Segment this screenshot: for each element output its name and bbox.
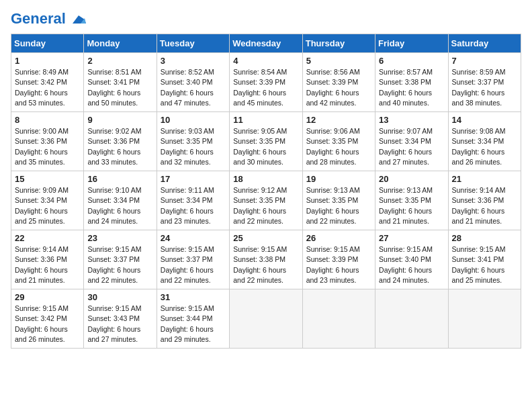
calendar-cell: 2Sunrise: 8:51 AMSunset: 3:41 PMDaylight… [84,53,157,112]
calendar-cell [302,289,375,349]
col-header-thursday: Thursday [302,34,375,53]
day-number: 6 [379,56,444,66]
calendar-cell: 13Sunrise: 9:07 AMSunset: 3:34 PMDayligh… [375,112,448,171]
cell-content: Sunrise: 9:15 AMSunset: 3:43 PMDaylight:… [87,304,152,345]
cell-content: Sunrise: 8:54 AMSunset: 3:39 PMDaylight:… [233,67,298,108]
calendar-cell: 3Sunrise: 8:52 AMSunset: 3:40 PMDaylight… [157,53,229,112]
page-header: General [11,11,521,27]
day-number: 1 [15,56,80,66]
col-header-tuesday: Tuesday [157,34,229,53]
day-number: 16 [87,174,152,184]
cell-content: Sunrise: 9:13 AMSunset: 3:35 PMDaylight:… [379,185,444,226]
cell-content: Sunrise: 9:15 AMSunset: 3:41 PMDaylight:… [452,244,517,285]
calendar-cell: 1Sunrise: 8:49 AMSunset: 3:42 PMDaylight… [11,53,84,112]
calendar-cell: 24Sunrise: 9:15 AMSunset: 3:37 PMDayligh… [157,230,229,289]
cell-content: Sunrise: 9:13 AMSunset: 3:35 PMDaylight:… [306,185,371,226]
calendar-cell [375,289,448,349]
logo-icon [71,14,86,25]
cell-content: Sunrise: 9:08 AMSunset: 3:34 PMDaylight:… [452,126,517,167]
day-number: 12 [306,115,371,125]
calendar-cell: 28Sunrise: 9:15 AMSunset: 3:41 PMDayligh… [448,230,521,289]
cell-content: Sunrise: 9:07 AMSunset: 3:34 PMDaylight:… [379,126,444,167]
day-number: 13 [379,115,444,125]
cell-content: Sunrise: 9:11 AMSunset: 3:34 PMDaylight:… [161,185,226,226]
calendar-cell: 16Sunrise: 9:10 AMSunset: 3:34 PMDayligh… [84,171,157,230]
cell-content: Sunrise: 9:14 AMSunset: 3:36 PMDaylight:… [15,244,80,285]
logo: General [11,11,86,27]
day-number: 14 [452,115,517,125]
cell-content: Sunrise: 9:12 AMSunset: 3:35 PMDaylight:… [233,185,298,226]
cell-content: Sunrise: 9:03 AMSunset: 3:35 PMDaylight:… [161,126,226,167]
cell-content: Sunrise: 8:52 AMSunset: 3:40 PMDaylight:… [161,67,226,108]
day-number: 27 [379,233,444,243]
day-number: 3 [161,56,226,66]
calendar-cell: 17Sunrise: 9:11 AMSunset: 3:34 PMDayligh… [157,171,229,230]
calendar-cell: 21Sunrise: 9:14 AMSunset: 3:36 PMDayligh… [448,171,521,230]
day-number: 9 [87,115,152,125]
calendar-cell: 20Sunrise: 9:13 AMSunset: 3:35 PMDayligh… [375,171,448,230]
cell-content: Sunrise: 8:59 AMSunset: 3:37 PMDaylight:… [452,67,517,108]
day-number: 7 [452,56,517,66]
day-number: 10 [161,115,226,125]
cell-content: Sunrise: 9:15 AMSunset: 3:38 PMDaylight:… [233,244,298,285]
calendar-cell: 8Sunrise: 9:00 AMSunset: 3:36 PMDaylight… [11,112,84,171]
day-number: 19 [306,174,371,184]
calendar-cell: 26Sunrise: 9:15 AMSunset: 3:39 PMDayligh… [302,230,375,289]
calendar-cell: 4Sunrise: 8:54 AMSunset: 3:39 PMDaylight… [230,53,302,112]
calendar-cell: 12Sunrise: 9:06 AMSunset: 3:35 PMDayligh… [302,112,375,171]
cell-content: Sunrise: 8:49 AMSunset: 3:42 PMDaylight:… [15,67,80,108]
cell-content: Sunrise: 9:06 AMSunset: 3:35 PMDaylight:… [306,126,371,167]
calendar-table: SundayMondayTuesdayWednesdayThursdayFrid… [11,34,521,349]
calendar-cell: 23Sunrise: 9:15 AMSunset: 3:37 PMDayligh… [84,230,157,289]
cell-content: Sunrise: 9:15 AMSunset: 3:44 PMDaylight:… [161,304,226,345]
calendar-cell: 6Sunrise: 8:57 AMSunset: 3:38 PMDaylight… [375,53,448,112]
day-number: 18 [233,174,298,184]
calendar-cell [230,289,302,349]
calendar-cell: 9Sunrise: 9:02 AMSunset: 3:36 PMDaylight… [84,112,157,171]
day-number: 22 [15,233,80,243]
calendar-cell: 14Sunrise: 9:08 AMSunset: 3:34 PMDayligh… [448,112,521,171]
cell-content: Sunrise: 8:57 AMSunset: 3:38 PMDaylight:… [379,67,444,108]
cell-content: Sunrise: 9:15 AMSunset: 3:37 PMDaylight:… [161,244,226,285]
calendar-cell: 29Sunrise: 9:15 AMSunset: 3:42 PMDayligh… [11,289,84,349]
calendar-cell: 5Sunrise: 8:56 AMSunset: 3:39 PMDaylight… [302,53,375,112]
day-number: 25 [233,233,298,243]
day-number: 29 [15,292,80,302]
calendar-cell: 27Sunrise: 9:15 AMSunset: 3:40 PMDayligh… [375,230,448,289]
day-number: 4 [233,56,298,66]
day-number: 20 [379,174,444,184]
cell-content: Sunrise: 9:02 AMSunset: 3:36 PMDaylight:… [87,126,152,167]
col-header-wednesday: Wednesday [230,34,302,53]
day-number: 23 [87,233,152,243]
cell-content: Sunrise: 9:14 AMSunset: 3:36 PMDaylight:… [452,185,517,226]
day-number: 5 [306,56,371,66]
calendar-cell: 18Sunrise: 9:12 AMSunset: 3:35 PMDayligh… [230,171,302,230]
cell-content: Sunrise: 8:51 AMSunset: 3:41 PMDaylight:… [87,67,152,108]
day-number: 26 [306,233,371,243]
day-number: 2 [87,56,152,66]
day-number: 8 [15,115,80,125]
cell-content: Sunrise: 9:09 AMSunset: 3:34 PMDaylight:… [15,185,80,226]
cell-content: Sunrise: 9:15 AMSunset: 3:40 PMDaylight:… [379,244,444,285]
cell-content: Sunrise: 9:00 AMSunset: 3:36 PMDaylight:… [15,126,80,167]
day-number: 21 [452,174,517,184]
cell-content: Sunrise: 8:56 AMSunset: 3:39 PMDaylight:… [306,67,371,108]
calendar-cell [448,289,521,349]
calendar-cell: 31Sunrise: 9:15 AMSunset: 3:44 PMDayligh… [157,289,229,349]
cell-content: Sunrise: 9:15 AMSunset: 3:42 PMDaylight:… [15,304,80,345]
cell-content: Sunrise: 9:15 AMSunset: 3:39 PMDaylight:… [306,244,371,285]
col-header-monday: Monday [84,34,157,53]
logo-text: General [11,11,86,27]
calendar-cell: 11Sunrise: 9:05 AMSunset: 3:35 PMDayligh… [230,112,302,171]
cell-content: Sunrise: 9:15 AMSunset: 3:37 PMDaylight:… [87,244,152,285]
day-number: 17 [161,174,226,184]
calendar-cell: 10Sunrise: 9:03 AMSunset: 3:35 PMDayligh… [157,112,229,171]
day-number: 30 [87,292,152,302]
day-number: 28 [452,233,517,243]
calendar-cell: 25Sunrise: 9:15 AMSunset: 3:38 PMDayligh… [230,230,302,289]
cell-content: Sunrise: 9:10 AMSunset: 3:34 PMDaylight:… [87,185,152,226]
col-header-friday: Friday [375,34,448,53]
calendar-cell: 22Sunrise: 9:14 AMSunset: 3:36 PMDayligh… [11,230,84,289]
calendar-cell: 30Sunrise: 9:15 AMSunset: 3:43 PMDayligh… [84,289,157,349]
col-header-sunday: Sunday [11,34,84,53]
